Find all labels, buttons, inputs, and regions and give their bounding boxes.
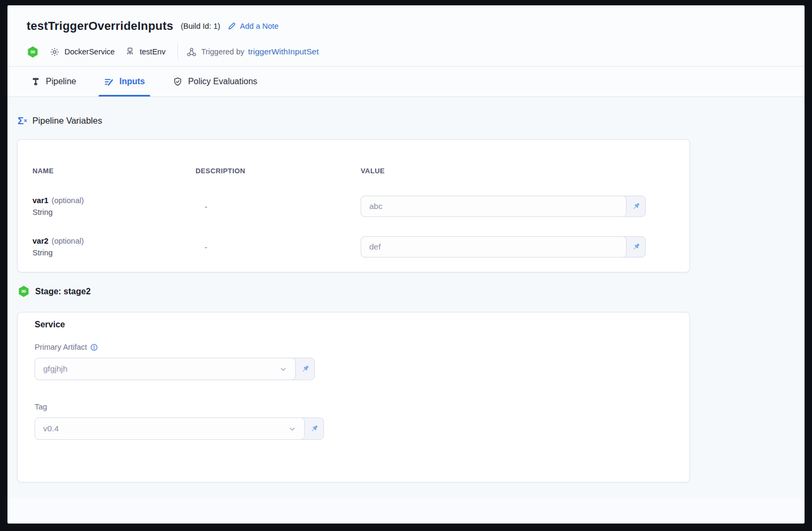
primary-artifact-label: Primary Artifact <box>35 343 98 351</box>
service-name-label: DockerService <box>64 47 115 56</box>
tag-value: v0.4 <box>43 424 59 433</box>
variable-optional-label: (optional) <box>52 196 84 205</box>
page-title: testTriggerOverrideInputs <box>27 19 173 33</box>
variable-value-input[interactable] <box>361 196 627 217</box>
column-header-name: NAME <box>33 167 54 175</box>
content-footer <box>7 498 805 524</box>
variable-value-control <box>361 196 646 217</box>
gear-icon <box>50 47 60 57</box>
tab-pipeline-label: Pipeline <box>46 77 76 86</box>
service-card: Service Primary Artifact gfgjhjh <box>17 312 690 482</box>
inputs-icon <box>104 77 114 87</box>
variable-type: String <box>33 248 84 257</box>
pipeline-variables-card: NAME DESCRIPTION VALUE var1(optional) St… <box>17 139 690 272</box>
trigger-link[interactable]: triggerWithInputSet <box>248 47 319 57</box>
info-icon[interactable] <box>90 343 98 351</box>
pencil-icon <box>228 22 236 30</box>
pipeline-icon <box>31 77 40 86</box>
tab-inputs-label: Inputs <box>119 77 145 86</box>
tab-policy-evaluations-label: Policy Evaluations <box>188 77 257 86</box>
tab-policy-evaluations[interactable]: Policy Evaluations <box>170 67 259 96</box>
variable-type: String <box>33 208 84 216</box>
tag-control: v0.4 <box>35 417 324 440</box>
cd-stage-icon: ∞ <box>27 46 39 58</box>
primary-artifact-select[interactable]: gfgjhjh <box>35 358 296 380</box>
cd-stage-icon: ∞ <box>18 285 30 297</box>
build-id-label: (Build Id: 1) <box>181 22 220 30</box>
service-meta[interactable]: DockerService <box>50 47 115 57</box>
tag-label: Tag <box>35 403 47 411</box>
variables-sigma-icon: Σ× <box>18 116 27 126</box>
variable-description: - <box>205 202 207 211</box>
tab-inputs[interactable]: Inputs <box>102 67 147 96</box>
triggered-by-label: Triggered by <box>201 47 245 56</box>
primary-artifact-control: gfgjhjh <box>35 358 315 380</box>
stage-heading: ∞ Stage: stage2 <box>18 285 91 297</box>
execution-header: testTriggerOverrideInputs (Build Id: 1) … <box>7 5 805 67</box>
variable-name: var2 <box>33 237 48 245</box>
add-note-button[interactable]: Add a Note <box>228 22 279 30</box>
pin-icon[interactable] <box>627 196 645 216</box>
pin-icon[interactable] <box>305 418 323 439</box>
webhook-icon <box>186 47 197 57</box>
svg-text:∞: ∞ <box>21 287 26 295</box>
table-row: var1(optional) String <box>33 196 84 216</box>
inputs-tab-content: Σ× Pipeline Variables NAME DESCRIPTION V… <box>7 97 805 498</box>
variable-value-control <box>361 236 646 258</box>
chevron-down-icon <box>288 425 296 433</box>
environment-name-label: testEnv <box>140 47 165 56</box>
column-header-description: DESCRIPTION <box>196 167 245 175</box>
app-window: testTriggerOverrideInputs (Build Id: 1) … <box>7 5 805 524</box>
environment-meta[interactable]: testEnv <box>125 47 165 57</box>
chevron-down-icon <box>279 365 287 373</box>
shield-check-icon <box>173 77 183 87</box>
primary-artifact-value: gfgjhjh <box>43 364 68 374</box>
tag-select[interactable]: v0.4 <box>35 417 305 440</box>
meta-divider <box>177 44 178 60</box>
service-section-title: Service <box>35 320 65 329</box>
add-note-label: Add a Note <box>240 22 279 30</box>
pin-icon[interactable] <box>296 358 314 380</box>
svg-text:∞: ∞ <box>30 47 35 55</box>
table-row: var2(optional) String <box>33 237 84 257</box>
variable-name: var1 <box>33 196 48 205</box>
variable-value-input[interactable] <box>361 236 627 258</box>
pipeline-variables-heading: Σ× Pipeline Variables <box>18 116 102 126</box>
tab-pipeline[interactable]: Pipeline <box>29 67 78 96</box>
variable-optional-label: (optional) <box>52 237 84 245</box>
variable-description: - <box>205 243 207 252</box>
column-header-value: VALUE <box>361 167 385 175</box>
tab-bar: Pipeline Inputs Policy Evaluations <box>7 67 805 97</box>
environment-icon <box>125 47 135 57</box>
pin-icon[interactable] <box>627 237 645 257</box>
pipeline-variables-title: Pipeline Variables <box>33 116 102 126</box>
stage-title: Stage: stage2 <box>35 287 91 296</box>
